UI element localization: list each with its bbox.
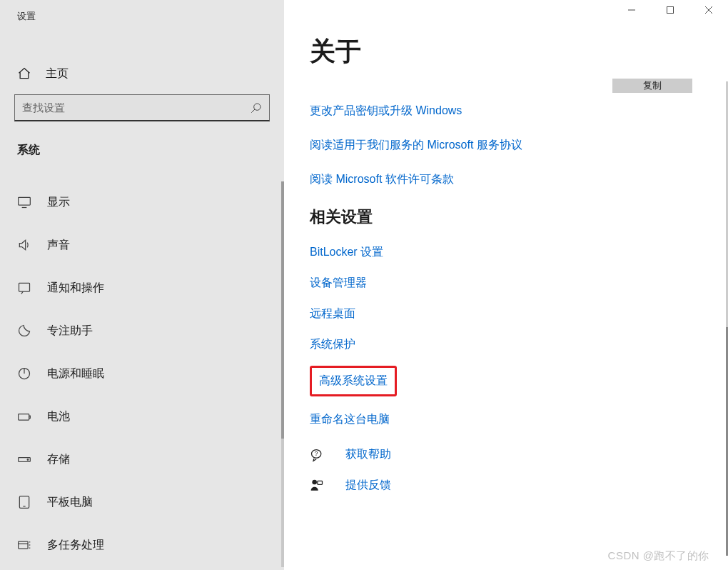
nav-label: 电源和睡眠: [47, 366, 104, 381]
app-title: 设置: [0, 0, 284, 30]
nav-item-display[interactable]: 显示: [0, 181, 284, 224]
storage-icon: [17, 452, 31, 466]
search-input[interactable]: [22, 101, 251, 114]
svg-rect-4: [19, 283, 30, 291]
svg-rect-2: [19, 197, 31, 205]
search-icon: [251, 102, 262, 114]
nav-label: 多任务处理: [47, 538, 104, 553]
related-heading: 相关设置: [310, 206, 711, 228]
link-system-protection[interactable]: 系统保护: [310, 337, 711, 352]
focus-icon: [17, 324, 31, 338]
link-bitlocker[interactable]: BitLocker 设置: [310, 245, 711, 260]
minimize-icon: [627, 6, 636, 14]
link-remote-desktop[interactable]: 远程桌面: [310, 306, 711, 321]
get-help-row[interactable]: ? 获取帮助: [310, 447, 711, 462]
nav-item-storage[interactable]: 存储: [0, 438, 284, 481]
feedback-row[interactable]: 提供反馈: [310, 478, 711, 493]
nav-label: 声音: [47, 238, 70, 253]
minimize-button[interactable]: [612, 0, 651, 20]
help-label: 获取帮助: [345, 447, 391, 462]
link-device-manager[interactable]: 设备管理器: [310, 276, 711, 291]
svg-point-10: [27, 459, 29, 461]
nav-item-tablet[interactable]: 平板电脑: [0, 481, 284, 524]
close-icon: [704, 6, 713, 14]
nav-item-battery[interactable]: 电池: [0, 395, 284, 438]
nav-label: 存储: [47, 452, 70, 467]
svg-rect-25: [318, 481, 323, 484]
svg-point-24: [312, 479, 317, 484]
nav-item-power[interactable]: 电源和睡眠: [0, 352, 284, 395]
battery-icon: [17, 409, 31, 424]
maximize-button[interactable]: [651, 0, 689, 20]
svg-rect-19: [667, 7, 674, 14]
nav-label: 电池: [47, 409, 70, 424]
nav-item-focus[interactable]: 专注助手: [0, 309, 284, 352]
search-box[interactable]: [14, 94, 270, 121]
nav-item-multitask[interactable]: 多任务处理: [0, 524, 284, 566]
copy-button[interactable]: 复制: [612, 79, 692, 93]
svg-point-0: [254, 104, 261, 110]
tablet-icon: [17, 495, 31, 509]
display-icon: [17, 195, 31, 209]
svg-rect-8: [29, 416, 31, 418]
maximize-icon: [666, 6, 674, 14]
page-title: 关于: [310, 34, 711, 69]
feedback-label: 提供反馈: [345, 478, 391, 493]
svg-rect-13: [19, 541, 28, 549]
svg-line-1: [251, 109, 255, 113]
link-rename-pc[interactable]: 重命名这台电脑: [310, 412, 711, 427]
link-ms-license-terms[interactable]: 阅读 Microsoft 软件许可条款: [310, 172, 711, 187]
home-label: 主页: [46, 66, 69, 81]
watermark: CSDN @跑不了的你: [608, 549, 709, 563]
nav-item-notifications[interactable]: 通知和操作: [0, 266, 284, 309]
link-change-product-key[interactable]: 更改产品密钥或升级 Windows: [310, 104, 711, 119]
nav-label: 专注助手: [47, 324, 93, 339]
power-icon: [17, 366, 31, 381]
sound-icon: [17, 238, 31, 252]
multitask-icon: [17, 538, 31, 552]
link-advanced-system-settings[interactable]: 高级系统设置: [310, 366, 397, 396]
svg-text:?: ?: [315, 449, 318, 456]
nav-item-sound[interactable]: 声音: [0, 224, 284, 266]
nav-label: 平板电脑: [47, 495, 93, 510]
feedback-icon: [310, 479, 324, 493]
notification-icon: [17, 281, 31, 295]
home-button[interactable]: 主页: [0, 53, 284, 94]
section-heading: 系统: [0, 126, 284, 169]
close-button[interactable]: [689, 0, 728, 20]
help-icon: ?: [310, 448, 324, 462]
nav-label: 通知和操作: [47, 281, 104, 296]
link-ms-services-agreement[interactable]: 阅读适用于我们服务的 Microsoft 服务协议: [310, 138, 711, 153]
home-icon: [17, 66, 31, 81]
svg-rect-7: [19, 414, 29, 420]
nav-label: 显示: [47, 195, 70, 210]
